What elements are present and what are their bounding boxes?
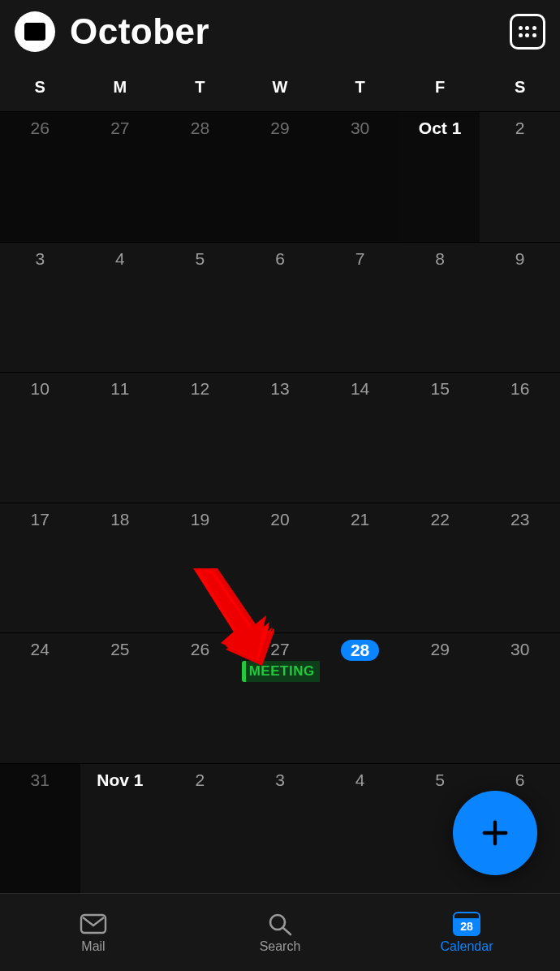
weekday-t2: T [320,78,400,97]
day-number: 5 [400,770,480,790]
day-cell[interactable]: 30 [320,111,400,242]
day-number: 25 [80,640,161,659]
calendar-glyph [24,23,45,41]
tab-search[interactable]: Search [187,894,373,971]
day-cell[interactable]: 25 [80,632,161,763]
day-number: 17 [0,510,80,529]
event-chip[interactable]: MEETING [242,661,321,682]
day-cell[interactable]: 26 [0,111,80,242]
day-number: 26 [160,640,240,659]
day-number: Nov 1 [80,770,161,790]
day-number: 8 [400,249,480,269]
calendar-grid: 2627282930Oct 12345678910111213141516171… [0,111,560,893]
day-cell[interactable]: 26 [160,632,240,763]
tab-calendar-label: Calendar [441,939,493,954]
day-number: 30 [480,640,560,659]
day-cell[interactable]: 16 [480,372,560,503]
day-cell[interactable]: 3 [240,763,321,894]
day-number: 12 [160,379,240,399]
day-number: 6 [480,770,560,790]
day-cell[interactable]: 28 [320,632,400,763]
tab-search-label: Search [260,939,301,954]
day-cell[interactable]: 2 [160,763,240,894]
day-cell[interactable]: 7 [320,242,400,373]
tab-mail-label: Mail [81,939,105,954]
day-cell[interactable]: 10 [0,372,80,503]
app-icon[interactable] [15,11,55,52]
weekday-m: M [80,78,161,97]
day-number: 27 [80,119,161,138]
day-cell[interactable]: 9 [480,242,560,373]
day-number: 26 [0,119,80,138]
svg-rect-9 [81,915,106,933]
add-event-button[interactable] [453,791,537,875]
mail-icon [80,912,107,936]
day-number: 10 [0,379,80,399]
day-number: 4 [80,249,161,269]
header-left: October [15,11,209,52]
day-cell[interactable]: Nov 1 [80,763,161,894]
day-number: 2 [480,119,560,138]
day-cell[interactable]: 28 [160,111,240,242]
day-number: 19 [160,510,240,529]
day-cell[interactable]: 31 [0,763,80,894]
day-number: 9 [480,249,560,269]
day-cell[interactable]: 30 [480,632,560,763]
day-number: 22 [400,510,480,529]
day-cell[interactable]: 21 [320,503,400,633]
day-number: 30 [320,119,400,138]
day-cell[interactable]: 17 [0,503,80,633]
day-cell[interactable]: 3 [0,242,80,373]
day-cell[interactable]: 4 [320,763,400,894]
day-cell[interactable]: 19 [160,503,240,633]
day-cell[interactable]: 8 [400,242,480,373]
day-cell[interactable]: 5 [160,242,240,373]
day-cell[interactable]: 11 [80,372,161,503]
day-cell[interactable]: 20 [240,503,321,633]
day-number: 24 [0,640,80,659]
day-cell[interactable]: 2 [480,111,560,242]
day-number: 28 [160,119,240,138]
day-cell[interactable]: 4 [80,242,161,373]
day-cell[interactable]: 29 [240,111,321,242]
day-number: 2 [160,770,240,790]
day-number: 23 [480,510,560,529]
day-number: 16 [480,379,560,399]
day-cell[interactable]: 27MEETING [240,632,321,763]
day-cell[interactable]: 14 [320,372,400,503]
day-cell[interactable]: Oct 1 [400,111,480,242]
day-number: 13 [240,379,321,399]
day-number: 3 [0,249,80,269]
day-number: 14 [320,379,400,399]
day-cell[interactable]: 22 [400,503,480,633]
day-number: 18 [80,510,161,529]
tab-bar: Mail Search 28 Calendar [0,893,560,971]
view-switch-button[interactable] [510,14,545,50]
day-number: 7 [320,249,400,269]
day-cell[interactable]: 23 [480,503,560,633]
day-number: 31 [0,770,80,790]
day-cell[interactable]: 29 [400,632,480,763]
day-cell[interactable]: 15 [400,372,480,503]
day-number: 5 [160,249,240,269]
weekday-s: S [0,78,80,97]
day-cell[interactable]: 6 [240,242,321,373]
day-cell[interactable]: 13 [240,372,321,503]
weekday-t: T [160,78,240,97]
calendar-header: October [0,0,560,62]
search-icon [266,912,294,936]
day-cell[interactable]: 27 [80,111,161,242]
day-number: 11 [80,379,161,399]
day-number: 4 [320,770,400,790]
day-cell[interactable]: 24 [0,632,80,763]
day-cell[interactable]: 12 [160,372,240,503]
tab-mail[interactable]: Mail [0,894,187,971]
tab-calendar[interactable]: 28 Calendar [373,894,560,971]
weekday-w: W [240,78,321,97]
day-number: 29 [400,640,480,659]
day-cell[interactable]: 18 [80,503,161,633]
month-title[interactable]: October [70,11,209,52]
calendar-tab-day: 28 [460,921,473,932]
day-number: 15 [400,379,480,399]
plus-icon [479,817,511,849]
